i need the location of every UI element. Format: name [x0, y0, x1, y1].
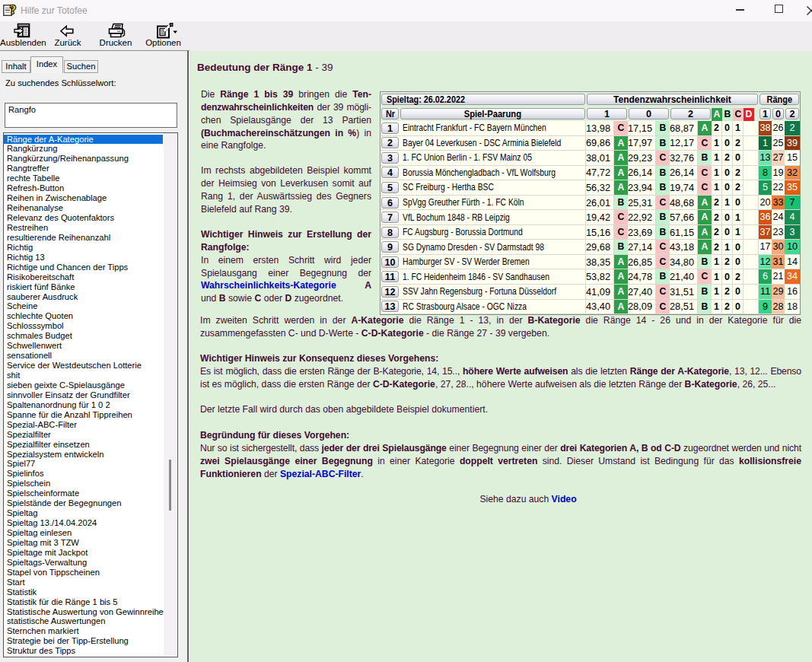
- svg-text:?: ?: [10, 3, 16, 16]
